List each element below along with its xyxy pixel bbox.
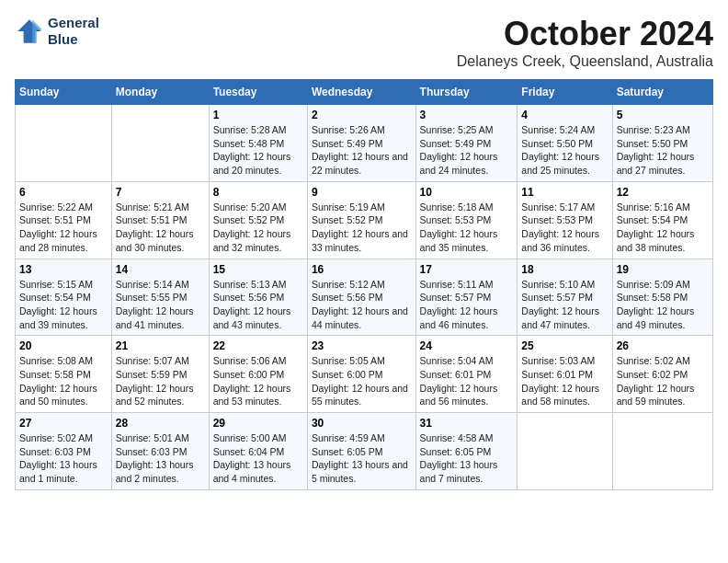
- day-info: Sunrise: 5:01 AMSunset: 6:03 PMDaylight:…: [116, 432, 194, 484]
- day-number: 18: [521, 263, 608, 276]
- weekday-header-sunday: Sunday: [16, 80, 112, 105]
- day-info: Sunrise: 5:20 AMSunset: 5:52 PMDaylight:…: [213, 201, 291, 253]
- day-info: Sunrise: 5:26 AMSunset: 5:49 PMDaylight:…: [312, 124, 408, 176]
- calendar-cell: 5 Sunrise: 5:23 AMSunset: 5:50 PMDayligh…: [612, 105, 712, 182]
- calendar-cell: [518, 413, 612, 490]
- day-number: 22: [213, 339, 303, 352]
- logo-icon: [15, 17, 44, 46]
- day-number: 7: [116, 186, 205, 199]
- day-number: 3: [420, 109, 514, 121]
- day-info: Sunrise: 5:16 AMSunset: 5:54 PMDaylight:…: [617, 201, 695, 253]
- day-info: Sunrise: 5:06 AMSunset: 6:00 PMDaylight:…: [213, 355, 291, 407]
- day-info: Sunrise: 5:09 AMSunset: 5:58 PMDaylight:…: [617, 279, 695, 330]
- weekday-header-friday: Friday: [518, 80, 612, 105]
- day-number: 26: [617, 339, 709, 352]
- calendar-cell: 3 Sunrise: 5:25 AMSunset: 5:49 PMDayligh…: [415, 105, 518, 182]
- calendar-cell: 9 Sunrise: 5:19 AMSunset: 5:52 PMDayligh…: [307, 181, 415, 259]
- day-number: 24: [420, 339, 514, 352]
- title-block: October 2024 Delaneys Creek, Queensland,…: [457, 15, 713, 70]
- day-info: Sunrise: 5:22 AMSunset: 5:51 PMDaylight:…: [19, 201, 97, 253]
- calendar-cell: 18 Sunrise: 5:10 AMSunset: 5:57 PMDaylig…: [518, 259, 612, 336]
- calendar-cell: 15 Sunrise: 5:13 AMSunset: 5:56 PMDaylig…: [209, 259, 307, 336]
- calendar-cell: 26 Sunrise: 5:02 AMSunset: 6:02 PMDaylig…: [612, 336, 712, 413]
- calendar-cell: 6 Sunrise: 5:22 AMSunset: 5:51 PMDayligh…: [16, 181, 112, 259]
- day-number: 14: [116, 263, 205, 276]
- day-info: Sunrise: 5:19 AMSunset: 5:52 PMDaylight:…: [312, 201, 408, 253]
- day-info: Sunrise: 5:15 AMSunset: 5:54 PMDaylight:…: [19, 279, 97, 330]
- day-info: Sunrise: 5:28 AMSunset: 5:48 PMDaylight:…: [213, 124, 291, 176]
- day-info: Sunrise: 5:11 AMSunset: 5:57 PMDaylight:…: [420, 279, 498, 330]
- day-info: Sunrise: 5:08 AMSunset: 5:58 PMDaylight:…: [19, 355, 97, 407]
- calendar-cell: 16 Sunrise: 5:12 AMSunset: 5:56 PMDaylig…: [307, 259, 415, 336]
- calendar-week-3: 13 Sunrise: 5:15 AMSunset: 5:54 PMDaylig…: [16, 259, 713, 336]
- day-number: 9: [312, 186, 412, 199]
- day-info: Sunrise: 5:00 AMSunset: 6:04 PMDaylight:…: [213, 432, 291, 484]
- day-number: 5: [617, 109, 709, 121]
- day-number: 31: [420, 417, 514, 430]
- day-number: 17: [420, 263, 514, 276]
- calendar-table: SundayMondayTuesdayWednesdayThursdayFrid…: [15, 79, 713, 490]
- calendar-cell: 19 Sunrise: 5:09 AMSunset: 5:58 PMDaylig…: [612, 259, 712, 336]
- weekday-header-tuesday: Tuesday: [209, 80, 307, 105]
- calendar-week-5: 27 Sunrise: 5:02 AMSunset: 6:03 PMDaylig…: [16, 413, 713, 490]
- day-number: 19: [617, 263, 709, 276]
- day-info: Sunrise: 5:25 AMSunset: 5:49 PMDaylight:…: [420, 124, 498, 176]
- day-number: 8: [213, 186, 303, 199]
- calendar-week-1: 1 Sunrise: 5:28 AMSunset: 5:48 PMDayligh…: [16, 105, 713, 182]
- calendar-cell: [111, 105, 209, 182]
- calendar-cell: 28 Sunrise: 5:01 AMSunset: 6:03 PMDaylig…: [111, 413, 209, 490]
- day-info: Sunrise: 4:59 AMSunset: 6:05 PMDaylight:…: [312, 432, 408, 484]
- calendar-cell: 27 Sunrise: 5:02 AMSunset: 6:03 PMDaylig…: [16, 413, 112, 490]
- day-info: Sunrise: 5:12 AMSunset: 5:56 PMDaylight:…: [312, 279, 408, 330]
- calendar-cell: 2 Sunrise: 5:26 AMSunset: 5:49 PMDayligh…: [307, 105, 415, 182]
- day-number: 6: [19, 186, 108, 199]
- day-number: 21: [116, 339, 205, 352]
- weekday-header-monday: Monday: [111, 80, 209, 105]
- day-number: 29: [213, 417, 303, 430]
- calendar-cell: 21 Sunrise: 5:07 AMSunset: 5:59 PMDaylig…: [111, 336, 209, 413]
- day-info: Sunrise: 5:05 AMSunset: 6:00 PMDaylight:…: [312, 355, 408, 407]
- day-number: 4: [521, 109, 608, 121]
- calendar-cell: [612, 413, 712, 490]
- day-number: 12: [617, 186, 709, 199]
- day-number: 20: [19, 339, 108, 352]
- calendar-cell: 13 Sunrise: 5:15 AMSunset: 5:54 PMDaylig…: [16, 259, 112, 336]
- logo-text: General Blue: [48, 15, 99, 48]
- header: General Blue October 2024 Delaneys Creek…: [15, 15, 713, 70]
- calendar-cell: 8 Sunrise: 5:20 AMSunset: 5:52 PMDayligh…: [209, 181, 307, 259]
- calendar-cell: 24 Sunrise: 5:04 AMSunset: 6:01 PMDaylig…: [415, 336, 518, 413]
- day-info: Sunrise: 5:18 AMSunset: 5:53 PMDaylight:…: [420, 201, 498, 253]
- day-number: 30: [312, 417, 412, 430]
- calendar-cell: 4 Sunrise: 5:24 AMSunset: 5:50 PMDayligh…: [518, 105, 612, 182]
- calendar-cell: 17 Sunrise: 5:11 AMSunset: 5:57 PMDaylig…: [415, 259, 518, 336]
- calendar-cell: 23 Sunrise: 5:05 AMSunset: 6:00 PMDaylig…: [307, 336, 415, 413]
- day-info: Sunrise: 5:02 AMSunset: 6:02 PMDaylight:…: [617, 355, 695, 407]
- calendar-cell: 12 Sunrise: 5:16 AMSunset: 5:54 PMDaylig…: [612, 181, 712, 259]
- calendar-cell: 22 Sunrise: 5:06 AMSunset: 6:00 PMDaylig…: [209, 336, 307, 413]
- main-title: October 2024: [457, 15, 713, 53]
- calendar-cell: 11 Sunrise: 5:17 AMSunset: 5:53 PMDaylig…: [518, 181, 612, 259]
- day-number: 27: [19, 417, 108, 430]
- day-info: Sunrise: 5:07 AMSunset: 5:59 PMDaylight:…: [116, 355, 194, 407]
- calendar-cell: 10 Sunrise: 5:18 AMSunset: 5:53 PMDaylig…: [415, 181, 518, 259]
- weekday-header-wednesday: Wednesday: [307, 80, 415, 105]
- calendar-cell: 31 Sunrise: 4:58 AMSunset: 6:05 PMDaylig…: [415, 413, 518, 490]
- day-number: 25: [521, 339, 608, 352]
- calendar-cell: 25 Sunrise: 5:03 AMSunset: 6:01 PMDaylig…: [518, 336, 612, 413]
- day-info: Sunrise: 5:14 AMSunset: 5:55 PMDaylight:…: [116, 279, 194, 330]
- calendar-cell: 1 Sunrise: 5:28 AMSunset: 5:48 PMDayligh…: [209, 105, 307, 182]
- day-info: Sunrise: 5:03 AMSunset: 6:01 PMDaylight:…: [521, 355, 599, 407]
- logo: General Blue: [15, 15, 99, 48]
- subtitle: Delaneys Creek, Queensland, Australia: [457, 53, 713, 70]
- day-info: Sunrise: 5:13 AMSunset: 5:56 PMDaylight:…: [213, 279, 291, 330]
- day-info: Sunrise: 5:23 AMSunset: 5:50 PMDaylight:…: [617, 124, 695, 176]
- calendar-cell: 20 Sunrise: 5:08 AMSunset: 5:58 PMDaylig…: [16, 336, 112, 413]
- day-number: 15: [213, 263, 303, 276]
- day-info: Sunrise: 5:02 AMSunset: 6:03 PMDaylight:…: [19, 432, 97, 484]
- day-number: 11: [521, 186, 608, 199]
- day-info: Sunrise: 5:24 AMSunset: 5:50 PMDaylight:…: [521, 124, 599, 176]
- calendar-week-4: 20 Sunrise: 5:08 AMSunset: 5:58 PMDaylig…: [16, 336, 713, 413]
- day-info: Sunrise: 5:17 AMSunset: 5:53 PMDaylight:…: [521, 201, 599, 253]
- calendar-cell: [16, 105, 112, 182]
- day-number: 1: [213, 109, 303, 121]
